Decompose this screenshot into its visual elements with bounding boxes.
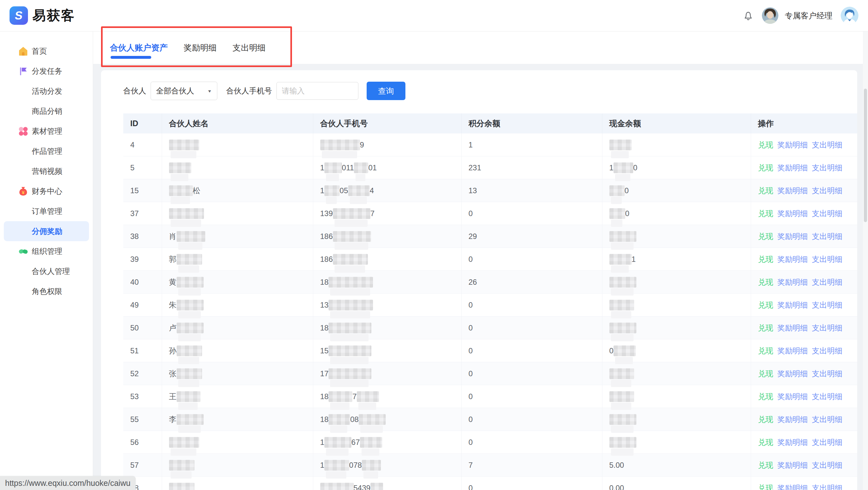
reward-detail-link[interactable]: 奖励明细 — [777, 369, 808, 378]
scrollbar-track[interactable] — [863, 31, 868, 490]
redacted-blur — [609, 437, 637, 448]
reward-detail-link[interactable]: 奖励明细 — [777, 346, 808, 355]
cell-text: 李 — [169, 415, 177, 425]
reward-detail-link[interactable]: 奖励明细 — [777, 461, 808, 469]
cell-cash-balance: 1 — [602, 248, 751, 271]
icon-spacer — [18, 226, 29, 237]
sidebar-item-1[interactable]: 首页 — [4, 41, 89, 61]
expense-detail-link[interactable]: 支出明细 — [812, 369, 843, 378]
cash-out-link[interactable]: 兑现 — [758, 346, 773, 355]
column-header-5: 现金余额 — [602, 114, 751, 133]
tab-3[interactable]: 支出明细 — [232, 31, 266, 64]
service-avatar[interactable] — [841, 7, 859, 25]
cash-out-link[interactable]: 兑现 — [758, 324, 773, 332]
cash-out-link[interactable]: 兑现 — [758, 438, 773, 447]
cell-points-balance: 0 — [461, 362, 602, 385]
sidebar-item-2[interactable]: 分发任务 — [4, 61, 89, 81]
sidebar-item-4[interactable]: 商品分销 — [4, 101, 89, 121]
sidebar-item-10[interactable]: 分佣奖励 — [4, 221, 89, 241]
reward-detail-link[interactable]: 奖励明细 — [777, 484, 808, 490]
bell-icon[interactable] — [743, 10, 754, 21]
cell-id: 57 — [123, 454, 162, 477]
cell-cash-balance — [602, 385, 751, 408]
sidebar-item-8[interactable]: ¥财务中心 — [4, 181, 89, 201]
expense-detail-link[interactable]: 支出明细 — [812, 346, 843, 355]
cell-id: 4 — [123, 133, 162, 156]
reward-detail-link[interactable]: 奖励明细 — [777, 438, 808, 447]
reward-detail-link[interactable]: 奖励明细 — [777, 186, 808, 195]
reward-detail-link[interactable]: 奖励明细 — [777, 415, 808, 424]
query-button[interactable]: 查询 — [367, 82, 405, 100]
cell-text: 186 — [320, 232, 333, 241]
cash-out-link[interactable]: 兑现 — [758, 278, 773, 286]
expense-detail-link[interactable]: 支出明细 — [812, 324, 843, 332]
cell-text: 18 — [320, 415, 329, 424]
expense-detail-link[interactable]: 支出明细 — [812, 141, 843, 149]
reward-detail-link[interactable]: 奖励明细 — [777, 255, 808, 264]
expense-detail-link[interactable]: 支出明细 — [812, 484, 843, 490]
avatar-photo[interactable] — [762, 7, 778, 24]
icon-spacer — [18, 106, 29, 117]
phone-input[interactable] — [276, 82, 359, 100]
cash-out-link[interactable]: 兑现 — [758, 255, 773, 264]
cell-text: 王 — [169, 392, 177, 402]
logo-title: 易获客 — [32, 7, 75, 25]
expense-detail-link[interactable]: 支出明细 — [812, 232, 843, 241]
cell-id: 5 — [123, 156, 162, 179]
cell-text: 0 — [609, 346, 614, 355]
reward-detail-link[interactable]: 奖励明细 — [777, 232, 808, 241]
sidebar-item-12[interactable]: 合伙人管理 — [4, 261, 89, 281]
reward-detail-link[interactable]: 奖励明细 — [777, 324, 808, 332]
reward-detail-link[interactable]: 奖励明细 — [777, 392, 808, 401]
cell-partner-name — [162, 202, 313, 225]
sidebar-item-3[interactable]: 活动分发 — [4, 81, 89, 101]
redacted-blur — [333, 208, 370, 219]
cash-out-link[interactable]: 兑现 — [758, 163, 773, 172]
expense-detail-link[interactable]: 支出明细 — [812, 438, 843, 447]
sidebar-item-5[interactable]: 素材管理 — [4, 121, 89, 141]
cell-points-balance: 0 — [461, 202, 602, 225]
redacted-blur — [609, 185, 625, 196]
cell-text: 黄 — [169, 277, 177, 287]
partner-select[interactable]: 全部合伙人 ▼ — [151, 82, 217, 100]
cash-out-link[interactable]: 兑现 — [758, 461, 773, 469]
cash-out-link[interactable]: 兑现 — [758, 301, 773, 309]
cash-out-link[interactable]: 兑现 — [758, 141, 773, 149]
sidebar-item-label: 素材管理 — [32, 126, 62, 136]
reward-detail-link[interactable]: 奖励明细 — [777, 141, 808, 149]
expense-detail-link[interactable]: 支出明细 — [812, 186, 843, 195]
sidebar-item-9[interactable]: 订单管理 — [4, 201, 89, 221]
cell-text: 1 — [320, 438, 324, 447]
expense-detail-link[interactable]: 支出明细 — [812, 301, 843, 309]
cash-out-link[interactable]: 兑现 — [758, 415, 773, 424]
expense-detail-link[interactable]: 支出明细 — [812, 461, 843, 469]
cash-out-link[interactable]: 兑现 — [758, 392, 773, 401]
cash-out-link[interactable]: 兑现 — [758, 209, 773, 218]
redacted-blur — [359, 414, 386, 425]
sidebar-item-13[interactable]: 角色权限 — [4, 281, 89, 301]
expense-detail-link[interactable]: 支出明细 — [812, 415, 843, 424]
tab-2[interactable]: 奖励明细 — [184, 31, 217, 64]
expense-detail-link[interactable]: 支出明细 — [812, 278, 843, 286]
reward-detail-link[interactable]: 奖励明细 — [777, 301, 808, 309]
sidebar-item-6[interactable]: 作品管理 — [4, 141, 89, 161]
cell-actions: 兑现奖励明细支出明细 — [751, 339, 857, 362]
cash-out-link[interactable]: 兑现 — [758, 186, 773, 195]
redacted-blur — [169, 162, 191, 173]
cash-out-link[interactable]: 兑现 — [758, 369, 773, 378]
scrollbar-thumb[interactable] — [864, 89, 867, 222]
expense-detail-link[interactable]: 支出明细 — [812, 163, 843, 172]
cash-out-link[interactable]: 兑现 — [758, 232, 773, 241]
sidebar-item-7[interactable]: 营销视频 — [4, 161, 89, 181]
tab-1[interactable]: 合伙人账户资产 — [110, 31, 168, 64]
expense-detail-link[interactable]: 支出明细 — [812, 209, 843, 218]
expense-detail-link[interactable]: 支出明细 — [812, 392, 843, 401]
sidebar-item-11[interactable]: 组织管理 — [4, 241, 89, 261]
reward-detail-link[interactable]: 奖励明细 — [777, 163, 808, 172]
reward-detail-link[interactable]: 奖励明细 — [777, 209, 808, 218]
reward-detail-link[interactable]: 奖励明细 — [777, 278, 808, 286]
expense-detail-link[interactable]: 支出明细 — [812, 255, 843, 264]
cell-text: 4 — [370, 186, 374, 195]
cash-out-link[interactable]: 兑现 — [758, 484, 773, 490]
cell-actions: 兑现奖励明细支出明细 — [751, 156, 857, 179]
